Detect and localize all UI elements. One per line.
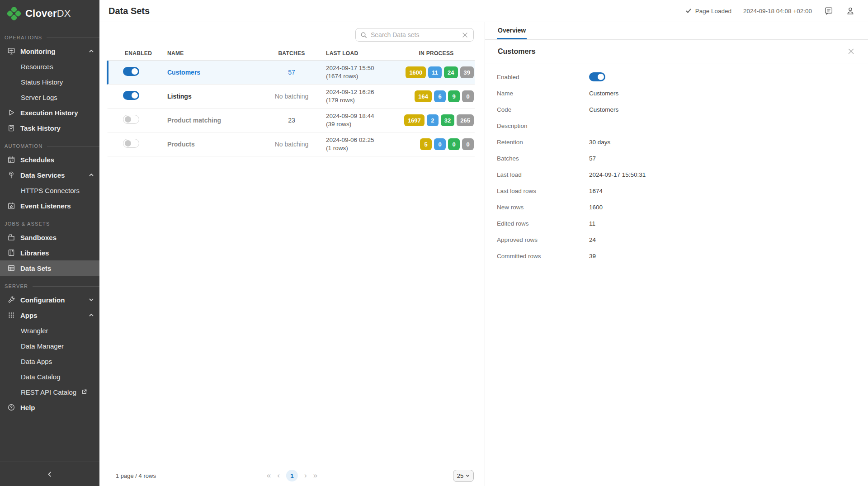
brand-name: CloverDX bbox=[25, 8, 71, 19]
section-operations: OPERATIONS bbox=[0, 32, 99, 43]
first-page-button[interactable]: « bbox=[267, 471, 271, 480]
brand-logo: CloverDX bbox=[0, 0, 99, 27]
batches-cell: No batching bbox=[262, 93, 321, 100]
edited-rows-badge[interactable]: 0 bbox=[434, 138, 446, 150]
batches-cell: 23 bbox=[262, 117, 321, 124]
clear-search-icon[interactable] bbox=[461, 31, 469, 39]
new-rows-badge[interactable]: 5 bbox=[420, 138, 432, 150]
sidebar-item-configuration[interactable]: Configuration bbox=[0, 292, 99, 307]
committed-rows-badge[interactable]: 0 bbox=[462, 90, 474, 102]
pager: « ‹ 1 › » bbox=[267, 470, 317, 481]
sidebar-item-data-manager[interactable]: Data Manager bbox=[0, 338, 99, 354]
committed-rows-badge[interactable]: 0 bbox=[462, 138, 474, 150]
table-header-row: ENABLED NAME BATCHES LAST LOAD IN PROCES… bbox=[108, 46, 475, 61]
next-page-button[interactable]: › bbox=[304, 471, 307, 480]
clipboard-icon bbox=[7, 124, 15, 132]
dataset-name[interactable]: Products bbox=[167, 141, 262, 148]
table-row-products[interactable]: Products No batching 2024-09-06 02:25 (1… bbox=[107, 132, 475, 156]
field-retention: Retention 30 days bbox=[497, 134, 855, 150]
sidebar-item-status-history[interactable]: Status History bbox=[0, 74, 99, 90]
committed-rows-badge[interactable]: 39 bbox=[460, 66, 474, 78]
prev-page-button[interactable]: ‹ bbox=[277, 471, 280, 480]
dataset-name[interactable]: Product matching bbox=[167, 117, 262, 124]
committed-rows-badge[interactable]: 265 bbox=[457, 114, 474, 126]
last-page-button[interactable]: » bbox=[313, 471, 317, 480]
chevron-up-icon bbox=[89, 312, 94, 318]
sidebar-item-rest-api-catalog[interactable]: REST API Catalog bbox=[0, 384, 99, 400]
column-header-in-process: IN PROCESS bbox=[398, 50, 475, 57]
server-timestamp: 2024-09-18 04:08 +02:00 bbox=[743, 8, 812, 14]
sidebar-item-task-history[interactable]: Task History bbox=[0, 120, 99, 136]
column-header-name: NAME bbox=[167, 50, 262, 57]
sidebar-item-libraries[interactable]: Libraries bbox=[0, 245, 99, 260]
enabled-toggle[interactable] bbox=[589, 72, 605, 81]
panel-tabbar: Overview bbox=[485, 22, 868, 40]
user-icon[interactable] bbox=[845, 6, 855, 16]
approved-rows-badge[interactable]: 0 bbox=[448, 138, 460, 150]
last-load-cell: 2024-09-09 18:44 (39 rows) bbox=[321, 112, 398, 128]
sidebar-item-data-catalog[interactable]: Data Catalog bbox=[0, 369, 99, 384]
current-page-button[interactable]: 1 bbox=[286, 470, 298, 481]
datasets-table: ENABLED NAME BATCHES LAST LOAD IN PROCES… bbox=[108, 46, 475, 156]
sidebar-item-https-connectors[interactable]: HTTPS Connectors bbox=[0, 183, 99, 198]
section-server: SERVER bbox=[0, 280, 99, 292]
edited-rows-badge[interactable]: 2 bbox=[427, 114, 439, 126]
approved-rows-badge[interactable]: 24 bbox=[444, 66, 458, 78]
table-row-listings[interactable]: Listings No batching 2024-09-12 16:26 (1… bbox=[107, 85, 475, 109]
new-rows-badge[interactable]: 1697 bbox=[404, 114, 425, 126]
field-new-rows: New rows 1600 bbox=[497, 199, 855, 215]
sidebar: CloverDX OPERATIONS Monitoring Resources… bbox=[0, 0, 99, 486]
status-text: Page Loaded bbox=[695, 8, 731, 14]
table-row-customers[interactable]: Customers 57 2024-09-17 15:50 (1674 rows… bbox=[107, 61, 475, 85]
sidebar-item-server-logs[interactable]: Server Logs bbox=[0, 90, 99, 105]
field-name: Name Customers bbox=[497, 85, 855, 101]
sidebar-item-execution-history[interactable]: Execution History bbox=[0, 105, 99, 120]
approved-rows-badge[interactable]: 32 bbox=[441, 114, 454, 126]
new-rows-badge[interactable]: 1600 bbox=[406, 66, 426, 78]
dataset-name-link[interactable]: Customers bbox=[167, 69, 262, 76]
row-enabled-toggle[interactable] bbox=[123, 91, 139, 100]
in-process-badges: 1600 11 24 39 bbox=[398, 66, 475, 78]
edited-rows-badge[interactable]: 6 bbox=[434, 90, 446, 102]
edited-rows-badge[interactable]: 11 bbox=[428, 66, 442, 78]
sidebar-collapse-button[interactable] bbox=[0, 462, 99, 486]
panel-header: Customers bbox=[485, 40, 868, 63]
brand-bold: Clover bbox=[25, 8, 57, 19]
sidebar-item-data-services[interactable]: Data Services bbox=[0, 167, 99, 183]
sidebar-item-data-sets[interactable]: Data Sets bbox=[0, 260, 99, 276]
search-input[interactable] bbox=[371, 31, 458, 38]
sidebar-item-help[interactable]: Help bbox=[0, 400, 99, 415]
sidebar-item-data-apps[interactable]: Data Apps bbox=[0, 354, 99, 369]
table-row-product-matching[interactable]: Product matching 23 2024-09-09 18:44 (39… bbox=[107, 109, 475, 132]
sidebar-item-resources[interactable]: Resources bbox=[0, 59, 99, 74]
last-load-cell: 2024-09-17 15:50 (1674 rows) bbox=[321, 64, 398, 80]
last-load-cell: 2024-09-06 02:25 (1 rows) bbox=[321, 136, 398, 152]
row-enabled-toggle[interactable] bbox=[123, 115, 139, 124]
column-header-batches: BATCHES bbox=[262, 50, 321, 57]
row-enabled-toggle[interactable] bbox=[123, 67, 139, 76]
row-enabled-toggle[interactable] bbox=[123, 139, 139, 148]
batches-link[interactable]: 57 bbox=[262, 69, 321, 76]
message-icon[interactable] bbox=[824, 6, 834, 16]
sidebar-item-event-listeners[interactable]: Event Listeners bbox=[0, 198, 99, 213]
dataset-name[interactable]: Listings bbox=[167, 93, 262, 100]
sidebar-item-sandboxes[interactable]: Sandboxes bbox=[0, 230, 99, 245]
main-area: Data Sets Page Loaded 2024-09-18 04:08 +… bbox=[99, 0, 868, 486]
last-load-cell: 2024-09-12 16:26 (179 rows) bbox=[321, 88, 398, 104]
pin-icon bbox=[7, 171, 15, 179]
tab-overview[interactable]: Overview bbox=[497, 22, 527, 39]
page-summary: 1 page / 4 rows bbox=[116, 472, 156, 479]
page-size-select[interactable]: 25 bbox=[453, 470, 474, 482]
field-committed-rows: Committed rows 39 bbox=[497, 248, 855, 264]
close-panel-icon[interactable] bbox=[847, 47, 855, 56]
sidebar-item-schedules[interactable]: Schedules bbox=[0, 152, 99, 167]
pagination-bar: 1 page / 4 rows « ‹ 1 › » 25 bbox=[99, 465, 485, 486]
sidebar-item-apps[interactable]: Apps bbox=[0, 307, 99, 323]
field-last-load-rows: Last load rows 1674 bbox=[497, 183, 855, 199]
dots-grid-icon bbox=[7, 311, 15, 319]
sidebar-item-monitoring[interactable]: Monitoring bbox=[0, 43, 99, 59]
search-row bbox=[99, 22, 485, 46]
approved-rows-badge[interactable]: 9 bbox=[448, 90, 460, 102]
sidebar-item-wrangler[interactable]: Wrangler bbox=[0, 323, 99, 338]
new-rows-badge[interactable]: 164 bbox=[415, 90, 432, 102]
